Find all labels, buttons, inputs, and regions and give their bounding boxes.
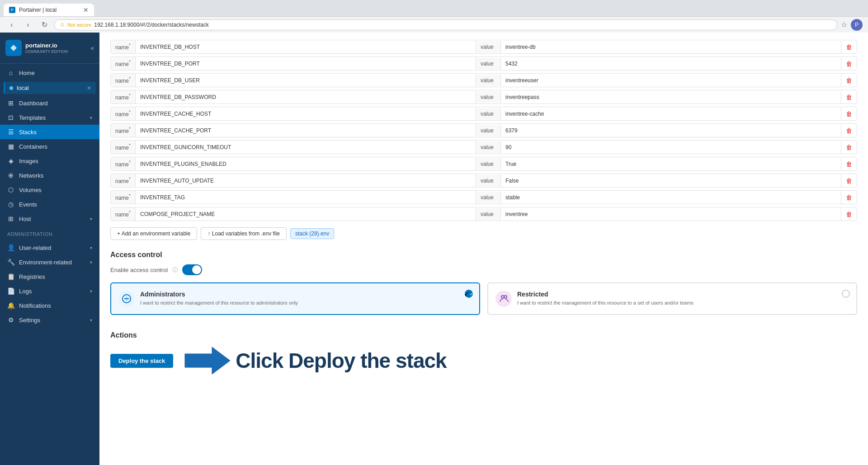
env-value-input[interactable] (501, 125, 841, 136)
env-delete-button[interactable]: 🗑 (841, 124, 857, 137)
content-area: name* value 🗑 name* value 🗑 name* value … (99, 33, 868, 391)
access-card-restricted[interactable]: Restricted I want to restrict the manage… (487, 282, 857, 315)
env-value-input[interactable] (501, 208, 841, 220)
env-name-input[interactable] (136, 158, 476, 170)
sidebar-item-volumes[interactable]: ⬡ Volumes (0, 183, 99, 197)
admin-card-radio[interactable]: ✓ (465, 290, 473, 298)
env-name-input[interactable] (136, 208, 476, 220)
env-name-label: name* (111, 90, 136, 103)
browser-tab[interactable]: P Portainer | local ✕ (4, 4, 94, 16)
stacks-icon: ☰ (7, 128, 14, 136)
env-name-label: name* (111, 141, 136, 154)
env-delete-button[interactable]: 🗑 (841, 141, 857, 154)
sidebar-header: portainer.io COMMUNITY EDITION « (0, 33, 99, 64)
env-delete-button[interactable]: 🗑 (841, 174, 857, 187)
sidebar-item-stacks[interactable]: ☰ Stacks (0, 125, 99, 139)
add-env-var-button[interactable]: + Add an environment variable (110, 227, 197, 240)
events-icon: ◷ (7, 201, 14, 208)
env-value-input[interactable] (501, 192, 841, 203)
sidebar-env-local[interactable]: local ✕ (4, 82, 96, 94)
env-value-input[interactable] (501, 91, 841, 103)
collapse-sidebar-button[interactable]: « (90, 44, 94, 52)
sidebar-item-environment-related[interactable]: 🔧 Environment-related ▾ (0, 255, 99, 269)
env-name-input[interactable] (136, 125, 476, 136)
sidebar-item-label: Images (19, 158, 92, 164)
sidebar-item-home[interactable]: ⌂ Home (0, 66, 99, 80)
env-value-input[interactable] (501, 75, 841, 86)
env-delete-button[interactable]: 🗑 (841, 91, 857, 103)
env-value-input[interactable] (501, 158, 841, 170)
access-control-help-icon: ⓘ (172, 266, 178, 274)
sidebar-item-containers[interactable]: ▦ Containers (0, 139, 99, 154)
sidebar-item-events[interactable]: ◷ Events (0, 197, 99, 211)
env-delete-button[interactable]: 🗑 (841, 208, 857, 221)
env-var-row: name* value 🗑 (110, 90, 857, 104)
url-bar[interactable]: ⚠ Not secure 192.168.1.18:9000/#!/2/dock… (54, 19, 837, 30)
env-name-label: name* (111, 174, 136, 187)
env-delete-button[interactable]: 🗑 (841, 191, 857, 204)
access-card-administrators[interactable]: Administrators I want to restrict the ma… (110, 282, 480, 315)
env-value-input[interactable] (501, 141, 841, 153)
sidebar-item-label: Volumes (19, 187, 92, 193)
env-value-input[interactable] (501, 58, 841, 70)
logo-text: portainer.io (25, 42, 68, 49)
env-name-input[interactable] (136, 75, 476, 86)
home-icon: ⌂ (7, 69, 14, 76)
bookmark-button[interactable]: ☆ (841, 20, 847, 29)
restricted-card-title: Restricted (517, 291, 693, 298)
forward-button[interactable]: › (22, 19, 34, 31)
user-related-icon: 👤 (7, 244, 14, 251)
env-value-label: value (476, 158, 501, 170)
env-delete-button[interactable]: 🗑 (841, 74, 857, 87)
sidebar-item-dashboard[interactable]: ⊞ Dashboard (0, 96, 99, 110)
sidebar-item-user-related[interactable]: 👤 User-related ▾ (0, 240, 99, 255)
load-env-file-button[interactable]: ↑ Load variables from .env file (201, 227, 286, 240)
env-name-input[interactable] (136, 175, 476, 187)
sidebar-item-label: Containers (19, 143, 92, 150)
env-var-row: name* value 🗑 (110, 207, 857, 221)
env-value-input[interactable] (501, 175, 841, 187)
env-var-row: name* value 🗑 (110, 73, 857, 87)
sidebar-item-networks[interactable]: ⊕ Networks (0, 168, 99, 183)
settings-icon: ⚙ (7, 316, 14, 324)
profile-button[interactable]: P (851, 19, 863, 31)
env-name-input[interactable] (136, 141, 476, 153)
access-control-toggle[interactable] (182, 264, 202, 275)
sidebar-item-logs[interactable]: 📄 Logs ▾ (0, 284, 99, 298)
reload-button[interactable]: ↻ (38, 19, 51, 31)
deploy-stack-button[interactable]: Deploy the stack (110, 354, 173, 368)
restricted-card-radio[interactable] (842, 290, 850, 298)
env-delete-button[interactable]: 🗑 (841, 158, 857, 170)
sidebar-admin-nav: 👤 User-related ▾ 🔧 Environment-related ▾… (0, 239, 99, 329)
sidebar-item-templates[interactable]: ⊡ Templates ▾ (0, 110, 99, 125)
env-var-row: name* value 🗑 (110, 174, 857, 188)
svg-point-5 (504, 296, 507, 298)
env-delete-button[interactable]: 🗑 (841, 57, 857, 70)
sidebar-main-nav: ⌂ Home local ✕ ⊞ Dashboard ⊡ Templates ▾… (0, 64, 99, 228)
sidebar-item-settings[interactable]: ⚙ Settings ▾ (0, 313, 99, 327)
sidebar-item-images[interactable]: ◈ Images (0, 154, 99, 168)
tab-close-button[interactable]: ✕ (83, 6, 89, 14)
env-name-input[interactable] (136, 91, 476, 103)
card-content: Restricted I want to restrict the manage… (517, 291, 693, 306)
card-content: Administrators I want to restrict the ma… (140, 291, 298, 306)
env-var-row: name* value 🗑 (110, 56, 857, 70)
env-value-label: value (476, 91, 501, 103)
sidebar-item-host[interactable]: ⊞ Host ▾ (0, 211, 99, 226)
sidebar-item-label: Host (19, 216, 85, 222)
env-name-input[interactable] (136, 108, 476, 120)
sidebar-item-notifications[interactable]: 🔔 Notifications (0, 298, 99, 313)
env-name-input[interactable] (136, 41, 476, 53)
env-value-input[interactable] (501, 41, 841, 53)
env-delete-button[interactable]: 🗑 (841, 41, 857, 53)
env-name-label: name* (111, 207, 136, 221)
sidebar-item-label: Stacks (19, 129, 92, 136)
main-content: name* value 🗑 name* value 🗑 name* value … (99, 33, 868, 465)
env-name-input[interactable] (136, 58, 476, 70)
env-name-input[interactable] (136, 192, 476, 203)
env-value-input[interactable] (501, 108, 841, 120)
env-close-button[interactable]: ✕ (87, 85, 91, 91)
back-button[interactable]: ‹ (5, 19, 18, 31)
env-delete-button[interactable]: 🗑 (841, 108, 857, 120)
sidebar-item-registries[interactable]: 📋 Registries (0, 269, 99, 284)
